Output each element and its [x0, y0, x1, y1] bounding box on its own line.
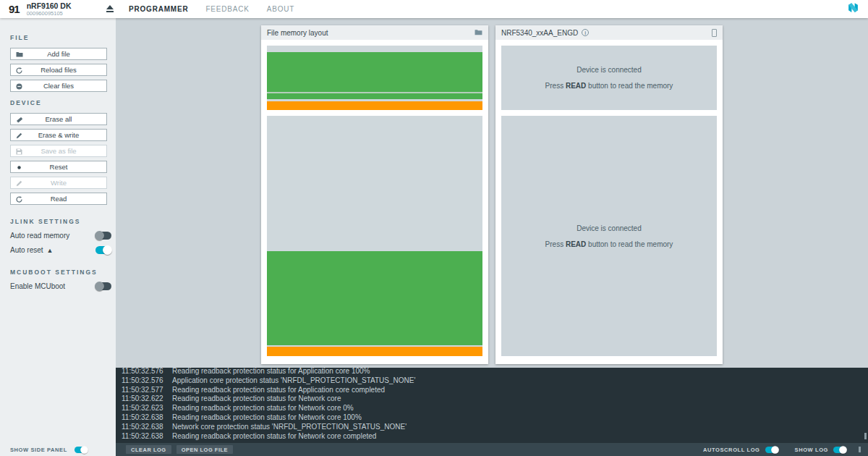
file-memory-layout-card: File memory layout: [261, 25, 488, 364]
enable-mcuboot-toggle[interactable]: [95, 282, 111, 290]
log-message: Reading readback protection status for N…: [166, 394, 341, 404]
log-message: Reading readback protection status for A…: [166, 386, 385, 395]
erase-all-button[interactable]: Erase all: [10, 113, 107, 125]
reload-icon: [16, 195, 23, 203]
file-memory-layout-title: File memory layout: [267, 29, 328, 37]
info-icon[interactable]: i: [582, 29, 589, 36]
log-panel[interactable]: 11:50:32.576Reading readback protection …: [116, 368, 868, 443]
write-button[interactable]: Write: [10, 177, 107, 189]
memory-canvas: File memory layout NRF5340_xxAA_ENGD: [116, 18, 868, 368]
log-entry: 11:50:32.577Reading readback protection …: [122, 386, 868, 395]
log-entry: 11:50:32.638Network core protection stat…: [122, 423, 868, 432]
tab-about[interactable]: ABOUT: [267, 5, 294, 13]
file-memory-region-1[interactable]: [267, 46, 482, 110]
reset-button[interactable]: Reset: [10, 161, 107, 173]
open-log-file-button[interactable]: OPEN LOG FILE: [176, 445, 233, 454]
device-name: nRF9160 DK: [27, 2, 72, 10]
show-log-toggle[interactable]: [833, 446, 846, 452]
log-entry: 11:50:32.576Application core protection …: [122, 376, 868, 386]
show-side-panel-label: SHOW SIDE PANEL: [10, 447, 67, 453]
log-message: Reading readback protection status for N…: [166, 404, 354, 413]
log-timestamp: 11:50:32.623: [122, 404, 166, 413]
log-scrollbar[interactable]: [864, 433, 867, 439]
read-button[interactable]: Read: [10, 193, 107, 205]
log-entry: 11:50:32.638Reading readback protection …: [122, 432, 868, 442]
show-side-panel-toggle[interactable]: [75, 446, 88, 452]
section-label-mcuboot: MCUBOOT SETTINGS: [10, 269, 107, 276]
auto-reset-row: Auto reset ▲: [10, 246, 111, 254]
top-bar: 91 nRF9160 DK 000960095105 PROGRAMMER FE…: [0, 0, 868, 18]
reload-icon: [16, 67, 23, 74]
memory-segment-green-block: [267, 251, 482, 345]
clear-log-button[interactable]: CLEAR LOG: [126, 445, 171, 454]
folder-open-icon: [16, 51, 23, 58]
autoscroll-log-toggle[interactable]: [765, 446, 778, 452]
auto-read-memory-toggle[interactable]: [95, 232, 111, 240]
press-read-text: Press READ button to read the memory: [545, 240, 673, 248]
log-timestamp: 11:50:32.577: [122, 386, 166, 395]
nav-tabs: PROGRAMMER FEEDBACK ABOUT: [129, 5, 294, 13]
memory-segment-green-block: [267, 52, 482, 92]
auto-read-memory-row: Auto read memory: [10, 232, 111, 240]
minus-circle-icon: [16, 83, 23, 90]
add-file-button[interactable]: Add file: [10, 48, 107, 60]
auto-read-memory-label: Auto read memory: [10, 232, 69, 240]
reset-icon: [16, 164, 23, 171]
enable-mcuboot-row: Enable MCUboot: [10, 282, 111, 290]
pencil-icon: [16, 132, 23, 139]
footer-bar: SHOW SIDE PANEL CLEAR LOG OPEN LOG FILE …: [0, 443, 868, 456]
device-brand: 91 nRF9160 DK 000960095105: [0, 2, 116, 17]
log-timestamp: 11:50:32.576: [122, 376, 166, 386]
save-as-file-button[interactable]: Save as file: [10, 145, 107, 157]
log-entry: 11:50:32.638Reading readback protection …: [122, 413, 868, 423]
device-connected-text: Device is connected: [576, 66, 642, 74]
pencil-icon: [16, 180, 23, 187]
log-message: Network core protection status 'NRFDL_PR…: [166, 423, 407, 432]
eject-device-icon[interactable]: [106, 3, 114, 16]
main-area: FILE Add file Reload files Clear files: [0, 18, 868, 443]
section-label-file: FILE: [10, 34, 107, 41]
footer-scrollbar[interactable]: [859, 447, 861, 452]
erase-and-write-button[interactable]: Erase & write: [10, 129, 107, 141]
warning-icon: ▲: [47, 247, 54, 254]
log-message: Reading readback protection status for N…: [166, 432, 376, 442]
section-label-jlink: JLINK SETTINGS: [10, 218, 107, 225]
log-message: Application core protection status 'NRFD…: [166, 376, 415, 386]
device-memory-region-1[interactable]: Device is connected Press READ button to…: [501, 46, 717, 110]
log-timestamp: 11:50:32.638: [122, 423, 166, 432]
device-chip-icon: [712, 29, 717, 37]
log-entry: 11:50:32.623Reading readback protection …: [122, 404, 868, 413]
device-memory-region-2[interactable]: Device is connected Press READ button to…: [501, 116, 717, 356]
press-read-text: Press READ button to read the memory: [545, 82, 673, 90]
memory-segment-green-strip: [267, 93, 482, 99]
tab-programmer[interactable]: PROGRAMMER: [129, 5, 188, 13]
enable-mcuboot-label: Enable MCUboot: [10, 282, 65, 290]
memory-segment-gray-gap: [267, 46, 482, 52]
auto-reset-label: Auto reset: [10, 246, 43, 254]
autoscroll-log-label: AUTOSCROLL LOG: [703, 447, 760, 453]
nrf91-logo-icon: 91: [9, 3, 20, 15]
section-label-device: DEVICE: [10, 99, 107, 106]
file-memory-region-2[interactable]: [267, 116, 482, 356]
folder-icon: [475, 29, 482, 37]
show-log-label: SHOW LOG: [795, 447, 828, 453]
nordic-semiconductor-logo-icon: [847, 1, 859, 17]
auto-reset-toggle[interactable]: [95, 246, 111, 254]
side-panel: FILE Add file Reload files Clear files: [0, 18, 116, 443]
log-timestamp: 11:50:32.622: [122, 394, 166, 404]
log-timestamp: 11:50:32.638: [122, 413, 166, 423]
memory-segment-orange-block: [267, 347, 482, 356]
app-window: 91 nRF9160 DK 000960095105 PROGRAMMER FE…: [0, 0, 868, 456]
clear-files-button[interactable]: Clear files: [10, 80, 107, 92]
memory-segment-gray-gap: [267, 116, 482, 251]
reload-files-button[interactable]: Reload files: [10, 64, 107, 76]
device-memory-title: NRF5340_xxAA_ENGD: [501, 29, 578, 37]
log-message: Reading readback protection status for N…: [166, 413, 362, 423]
device-connected-text: Device is connected: [576, 224, 642, 232]
log-message: Reading readback protection status for A…: [166, 368, 370, 376]
memory-segment-orange-block: [267, 101, 482, 110]
log-timestamp: 11:50:32.638: [122, 432, 166, 442]
log-entry: 11:50:32.622Reading readback protection …: [122, 394, 868, 404]
log-lines: 11:50:32.576Reading readback protection …: [122, 368, 868, 441]
tab-feedback[interactable]: FEEDBACK: [205, 5, 249, 13]
